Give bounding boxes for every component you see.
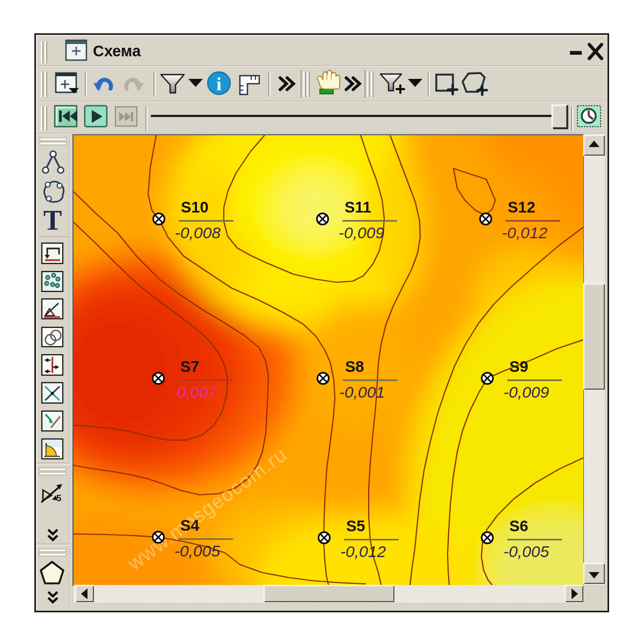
svg-text:S12: S12 [508, 199, 536, 216]
svg-text:S6: S6 [509, 517, 528, 535]
svg-text:-0,001: -0,001 [339, 383, 385, 401]
svg-text:S8: S8 [345, 358, 364, 375]
svg-text:-0,008: -0,008 [175, 224, 221, 241]
svg-text:S9: S9 [509, 358, 528, 375]
svg-text:S10: S10 [181, 199, 209, 216]
svg-text:S7: S7 [180, 358, 199, 375]
svg-text:S5: S5 [346, 517, 365, 535]
svg-text:-0,012: -0,012 [340, 543, 386, 560]
svg-text:5: 5 [56, 493, 61, 503]
svg-text:-0,005: -0,005 [174, 542, 220, 560]
svg-text:0,007: 0,007 [177, 383, 217, 401]
svg-text:-0,005: -0,005 [503, 543, 549, 560]
svg-text:-0,012: -0,012 [502, 224, 547, 241]
svg-text:i: i [216, 74, 221, 94]
svg-text:Схема: Схема [93, 42, 141, 60]
svg-text:T: T [43, 205, 62, 236]
svg-text:-0,009: -0,009 [339, 224, 384, 241]
svg-text:-0,009: -0,009 [503, 383, 549, 401]
svg-text:S4: S4 [180, 517, 199, 534]
svg-text:S11: S11 [345, 199, 371, 216]
